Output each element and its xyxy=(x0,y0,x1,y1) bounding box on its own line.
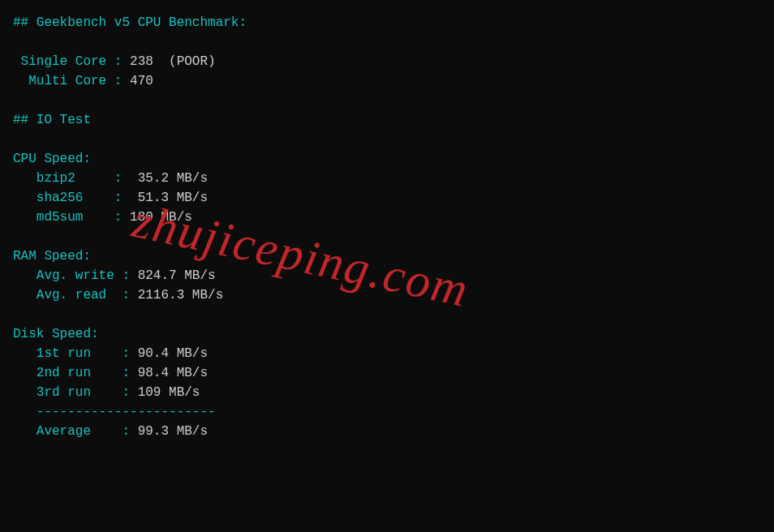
sha256-value: 51.3 MB/s xyxy=(138,191,208,205)
io-test-header: ## IO Test xyxy=(13,110,761,130)
disk-run3-label: 3rd run : xyxy=(13,385,138,400)
bzip2-label: bzip2 : xyxy=(13,171,138,186)
disk-run2-label: 2nd run : xyxy=(13,366,138,380)
ram-read-label: Avg. read : xyxy=(13,288,138,302)
sha256-row: sha256 : 51.3 MB/s xyxy=(13,188,761,208)
sha256-label: sha256 : xyxy=(13,191,138,205)
blank-line xyxy=(13,130,761,149)
ram-speed-header: RAM Speed: xyxy=(13,247,761,266)
disk-run3-row: 3rd run : 109 MB/s xyxy=(13,383,761,402)
md5sum-label: md5sum : xyxy=(13,210,130,225)
ram-speed-title: RAM Speed: xyxy=(13,249,91,264)
disk-run1-label: 1st run : xyxy=(13,346,138,361)
ram-write-label: Avg. write : xyxy=(13,268,138,283)
geekbench-title: ## Geekbench v5 CPU Benchmark: xyxy=(13,15,247,30)
blank-line xyxy=(13,227,761,247)
single-core-label: Single Core : xyxy=(13,54,130,69)
disk-run2-value: 98.4 MB/s xyxy=(138,366,208,380)
multi-core-row: Multi Core : 470 xyxy=(13,71,761,91)
ram-read-row: Avg. read : 2116.3 MB/s xyxy=(13,285,761,305)
disk-run1-row: 1st run : 90.4 MB/s xyxy=(13,344,761,363)
single-core-row: Single Core : 238 (POOR) xyxy=(13,52,761,71)
disk-run1-value: 90.4 MB/s xyxy=(138,346,208,361)
disk-avg-row: Average : 99.3 MB/s xyxy=(13,422,761,441)
disk-speed-title: Disk Speed: xyxy=(13,327,99,341)
bzip2-value: 35.2 MB/s xyxy=(138,171,208,186)
blank-line xyxy=(13,305,761,324)
disk-divider: ----------------------- xyxy=(13,405,216,419)
cpu-speed-header: CPU Speed: xyxy=(13,149,761,169)
geekbench-header: ## Geekbench v5 CPU Benchmark: xyxy=(13,13,761,32)
ram-write-value: 824.7 MB/s xyxy=(138,268,216,283)
multi-core-value: 470 xyxy=(130,74,153,88)
disk-run3-value: 109 MB/s xyxy=(138,385,200,400)
multi-core-label: Multi Core : xyxy=(13,74,130,88)
io-test-title: ## IO Test xyxy=(13,113,91,127)
cpu-speed-title: CPU Speed: xyxy=(13,152,91,166)
blank-line xyxy=(13,32,761,52)
md5sum-row: md5sum : 180 MB/s xyxy=(13,208,761,227)
disk-run2-row: 2nd run : 98.4 MB/s xyxy=(13,363,761,383)
bzip2-row: bzip2 : 35.2 MB/s xyxy=(13,169,761,188)
md5sum-value: 180 MB/s xyxy=(130,210,192,225)
single-core-value: 238 (POOR) xyxy=(130,54,216,69)
disk-avg-label: Average : xyxy=(13,424,138,439)
disk-divider-row: ----------------------- xyxy=(13,402,761,422)
ram-write-row: Avg. write : 824.7 MB/s xyxy=(13,266,761,285)
disk-speed-header: Disk Speed: xyxy=(13,324,761,344)
blank-line xyxy=(13,91,761,110)
disk-avg-value: 99.3 MB/s xyxy=(138,424,208,439)
ram-read-value: 2116.3 MB/s xyxy=(138,288,224,302)
